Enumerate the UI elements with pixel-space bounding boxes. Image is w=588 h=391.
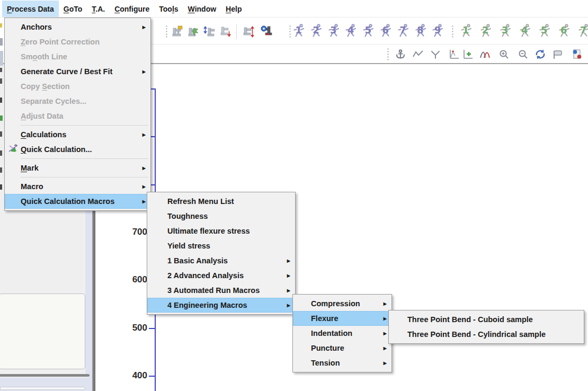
menu-item-label: 2 Advanced Analysis	[167, 271, 244, 280]
branch-icon[interactable]	[428, 47, 443, 63]
menu-item-calculations[interactable]: Calculations▶	[5, 127, 150, 142]
run-macro-blue-2-icon[interactable]: 2	[311, 23, 323, 38]
menu-item-label: Window	[188, 5, 217, 13]
menu-item-window[interactable]: Window	[183, 1, 221, 17]
menu-item-label: Macro	[21, 182, 43, 191]
menu-item-tension[interactable]: Tension▶	[293, 356, 391, 370]
menu-item-quick-calculation-macros[interactable]: Quick Calculation Macros▶	[5, 194, 150, 209]
menu-item-label: 1 Basic Analysis	[167, 256, 228, 265]
run-macro-blue-4-icon[interactable]: 4	[345, 23, 357, 38]
axes-peak-icon[interactable]	[447, 47, 461, 63]
run-macro-green-2-icon[interactable]: 2	[480, 23, 492, 38]
menu-item-separate-cycles[interactable]: Separate Cycles...	[5, 94, 150, 109]
run-macro-blue-8-icon[interactable]: 8	[415, 23, 427, 38]
macro-number: 8	[415, 25, 425, 35]
menu-item-quick-calculation[interactable]: Quick Calculation...	[5, 142, 150, 157]
menu-item-3-automated-run-macros[interactable]: 3 Automated Run Macros▶	[147, 283, 295, 298]
occluded-content-fragment	[0, 68, 2, 72]
run-macro-blue-9-icon[interactable]: 9	[432, 23, 444, 38]
toolbar-grip[interactable]	[452, 25, 453, 39]
menu-item-refresh-menu-list[interactable]: Refresh Menu List	[147, 194, 295, 209]
run-macro-green-3-icon[interactable]: 3	[500, 23, 512, 38]
instrument-red-arrow-icon[interactable]	[218, 24, 233, 40]
instrument-updown-icon[interactable]	[202, 24, 217, 40]
menu-item-2-advanced-analysis[interactable]: 2 Advanced Analysis▶	[147, 268, 295, 283]
toolbar-grip[interactable]	[387, 48, 389, 60]
menu-item-label: Separate Cycles...	[21, 97, 86, 105]
menu-item-mark[interactable]: Mark▶	[5, 161, 150, 175]
menu-item-toughness[interactable]: Toughness	[147, 209, 295, 224]
menu-item-flexure[interactable]: Flexure▶	[293, 311, 391, 326]
zoom-out-icon[interactable]	[516, 47, 531, 63]
occluded-content-fragment	[0, 78, 2, 84]
sidebar-collapsed-bar-2[interactable]	[0, 387, 85, 390]
menu-separator	[21, 125, 148, 126]
engineering-macros-submenu: Compression▶Flexure▶Indentation▶Puncture…	[292, 294, 392, 372]
menu-item-label: Zero Point Correction	[21, 38, 100, 46]
refresh-icon[interactable]	[533, 47, 548, 63]
submenu-arrow-icon: ▶	[384, 346, 387, 351]
run-macro-blue-7-icon[interactable]: 7	[398, 23, 409, 38]
instrument-green-icon[interactable]	[186, 24, 201, 40]
run-macro-blue-3-icon[interactable]: 3	[328, 23, 340, 38]
menu-item-zero-point-correction[interactable]: Zero Point Correction	[5, 34, 150, 49]
menu-item-anchors[interactable]: Anchors▶	[5, 20, 150, 34]
instrument-red-updown-icon[interactable]	[242, 24, 256, 40]
menu-item-ultimate-flexure-stress[interactable]: Ultimate flexure stress	[147, 224, 295, 238]
menu-item-label: Indentation	[311, 329, 352, 337]
menu-item-macro[interactable]: Macro▶	[5, 179, 150, 194]
y-axis-label: 700	[125, 227, 147, 237]
occluded-content-fragment	[0, 115, 3, 121]
flag-note-icon[interactable]	[550, 47, 565, 63]
menu-item-goto[interactable]: GoTo	[59, 1, 87, 17]
submenu-arrow-icon: ▶	[384, 301, 387, 306]
menu-item-smooth-line[interactable]: Smooth Line	[5, 49, 150, 64]
menu-item-1-basic-analysis[interactable]: 1 Basic Analysis▶	[147, 253, 295, 268]
run-macro-green-4-icon[interactable]: 4	[520, 23, 531, 38]
sidebar-collapsed-bar[interactable]	[0, 374, 90, 377]
axes-add-icon[interactable]	[460, 47, 475, 63]
menu-item-t-a[interactable]: T.A.	[87, 1, 110, 17]
zoom-in-icon[interactable]	[497, 47, 512, 63]
menu-item-configure[interactable]: Configure	[110, 1, 154, 17]
report-icon[interactable]	[570, 47, 585, 63]
toolbar-grip[interactable]	[289, 25, 291, 39]
menu-item-copy-section[interactable]: Copy Section	[5, 79, 150, 94]
run-macro-green-7-icon[interactable]: 7	[578, 23, 588, 38]
submenu-arrow-icon: ▶	[287, 288, 290, 293]
macro-number: 6	[380, 25, 390, 35]
flexure-submenu: Three Point Bend - Cuboid sampleThree Po…	[388, 310, 584, 344]
curves-icon[interactable]	[478, 47, 493, 63]
anchor-icon[interactable]	[393, 47, 408, 63]
quick-calculation-icon	[8, 143, 21, 156]
run-macro-green-1-icon[interactable]: 1	[461, 23, 473, 38]
smooth-line-icon[interactable]	[411, 47, 425, 63]
menu-item-generate-curve-best-fit[interactable]: Generate Curve / Best Fit▶	[5, 64, 150, 79]
run-macro-green-5-icon[interactable]: 5	[539, 23, 551, 38]
menu-item-help[interactable]: Help	[221, 1, 246, 17]
menu-item-tools[interactable]: Tools	[154, 1, 183, 17]
submenu-arrow-icon: ▶	[384, 331, 387, 336]
run-macro-blue-6-icon[interactable]: 6	[380, 23, 392, 38]
menu-item-4-engineering-macros[interactable]: 4 Engineering Macros▶	[147, 298, 295, 313]
menu-item-adjust-data[interactable]: Adjust Data	[5, 109, 150, 123]
y-axis-label: 600	[125, 274, 147, 285]
y-axis-tick	[149, 328, 155, 329]
toolbar-grip[interactable]	[166, 25, 167, 39]
menu-item-compression[interactable]: Compression▶	[293, 296, 391, 311]
menu-item-yield-stress[interactable]: Yield stress	[147, 238, 295, 253]
instrument-view-icon[interactable]	[259, 24, 273, 40]
menu-item-process-data[interactable]: Process Data	[2, 1, 59, 17]
menu-item-indentation[interactable]: Indentation▶	[293, 326, 391, 341]
menu-item-three-point-bend-cuboid-sample[interactable]: Three Point Bend - Cuboid sample	[389, 312, 584, 327]
menu-item-label: Copy Section	[21, 82, 70, 91]
submenu-arrow-icon: ▶	[142, 199, 146, 204]
menu-item-puncture[interactable]: Puncture▶	[293, 341, 391, 356]
run-macro-blue-5-icon[interactable]: 5	[363, 23, 375, 38]
menu-item-three-point-bend-cylindrical-sample[interactable]: Three Point Bend - Cylindrical sample	[389, 327, 584, 342]
submenu-arrow-icon: ▶	[142, 132, 146, 137]
menu-item-label: 4 Engineering Macros	[167, 301, 247, 309]
run-macro-blue-1-icon[interactable]: 1	[293, 23, 305, 38]
run-macro-green-6-icon[interactable]: 6	[559, 23, 571, 38]
instrument-yellow-icon[interactable]	[170, 24, 185, 40]
